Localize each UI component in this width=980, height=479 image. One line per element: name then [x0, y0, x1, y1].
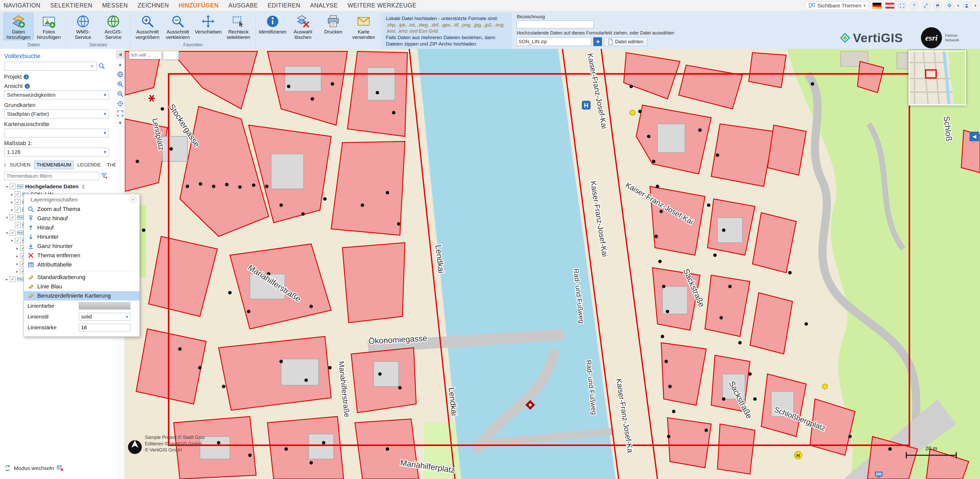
zoom-to-theme-menu-item[interactable]: Zoom auf Thema: [24, 204, 140, 214]
fullscreen-map-button[interactable]: [116, 110, 124, 117]
bezeichnung-input[interactable]: [517, 21, 594, 28]
tab-themenbaum[interactable]: THEMENBAUM: [34, 161, 74, 169]
remove-theme-menu-item[interactable]: Thema entfernen: [24, 251, 140, 260]
menubar-tab[interactable]: MESSEN: [102, 2, 128, 9]
visible-themes-button[interactable]: Sichtbare Themen ▾: [805, 2, 869, 10]
identify-button[interactable]: Identifizieren: [258, 13, 288, 40]
overview-map[interactable]: [908, 50, 966, 105]
search-icon[interactable]: [98, 62, 105, 70]
pan-button[interactable]: Verschieben: [193, 13, 223, 40]
tree-item[interactable]: ▾✓Hochgeladene Daten: [4, 183, 111, 190]
move-up-menu-item[interactable]: Hinauf: [24, 223, 140, 232]
expand-icon[interactable]: ▸: [4, 277, 10, 282]
wms-service-button[interactable]: WMS-Service: [68, 13, 98, 40]
file-name-input[interactable]: [517, 38, 591, 46]
filter-icon[interactable]: [101, 172, 108, 180]
line-color-swatch[interactable]: [79, 302, 130, 310]
tab-legende[interactable]: LEGENDE: [75, 161, 103, 169]
menubar-tab[interactable]: WEITERE WERKZEUGE: [348, 2, 417, 9]
tab-them[interactable]: THEM: [104, 161, 116, 169]
fulltext-search-input[interactable]: [4, 62, 97, 70]
clear-search-icon[interactable]: ×: [91, 63, 97, 69]
flag-austria-icon[interactable]: [885, 3, 894, 9]
print-button[interactable]: Drucken: [318, 13, 348, 40]
expand-icon[interactable]: ▸: [9, 200, 15, 204]
zoom-out-button[interactable]: [116, 90, 124, 98]
move-top-menu-item[interactable]: Ganz hinauf: [24, 214, 140, 223]
line-blue-mapping-menu-item[interactable]: Linie Blau: [24, 282, 140, 291]
collapse-sidebar-button[interactable]: ◀: [116, 50, 125, 59]
add-data-button[interactable]: Daten hinzufügen: [3, 13, 33, 40]
menubar-tab[interactable]: EDITIEREN: [268, 2, 301, 9]
flag-germany-icon[interactable]: [872, 3, 881, 9]
fullscreen-icon[interactable]: [898, 2, 906, 10]
center-map-button[interactable]: [116, 100, 124, 107]
move-bottom-menu-item[interactable]: Ganz hinunter: [24, 241, 140, 251]
switch-mode-control[interactable]: Modus wechseln: [4, 465, 64, 472]
map-canvas[interactable]: H H StockergasseLendplatzMariahilferstra…: [125, 49, 980, 479]
select-rectangle-button[interactable]: Rechteck selektieren: [224, 13, 253, 40]
scroll-up-button[interactable]: ▲: [116, 61, 124, 69]
collapse-icon[interactable]: ▾: [4, 215, 10, 220]
layer-checkbox[interactable]: ✓: [10, 214, 16, 220]
standard-mapping-menu-item[interactable]: Standardkartierung: [24, 273, 140, 282]
clear-selection-button[interactable]: Auswahl löschen: [288, 13, 318, 40]
menubar-tab[interactable]: NAVIGATION: [3, 2, 40, 9]
link-icon[interactable]: [922, 2, 930, 10]
collapse-icon[interactable]: ▾: [4, 230, 10, 235]
move-down-menu-item[interactable]: Hinunter: [24, 232, 140, 241]
print-icon[interactable]: [934, 2, 942, 10]
full-extent-button[interactable]: [116, 70, 124, 78]
layer-checkbox[interactable]: ✓: [15, 238, 21, 243]
close-icon[interactable]: ×: [130, 196, 137, 203]
attribute-table-menu-item[interactable]: Attributtabelle: [24, 260, 140, 269]
layer-checkbox[interactable]: ✓: [15, 222, 21, 228]
layer-checkbox[interactable]: ✓: [10, 184, 16, 189]
i-want-to-input[interactable]: [129, 51, 162, 59]
layer-checkbox[interactable]: ✓: [15, 199, 21, 205]
info-icon[interactable]: i: [24, 74, 29, 80]
expand-icon[interactable]: ▸: [9, 192, 15, 197]
theme-filter-input[interactable]: [4, 172, 99, 180]
expand-icon[interactable]: ▸: [9, 208, 15, 212]
i-want-to-suggestion-box[interactable]: [163, 51, 179, 60]
line-style-select[interactable]: solid▾: [79, 313, 130, 321]
zoom-out-extent-button[interactable]: Ausschnitt verkleinern: [163, 13, 193, 40]
collapse-icon[interactable]: ▾: [4, 184, 10, 189]
menubar-tab[interactable]: SELEKTIEREN: [50, 2, 92, 9]
layer-checkbox[interactable]: ✓: [15, 207, 21, 212]
custom-mapping-menu-item[interactable]: Benutzerdefinierte Kartierung: [24, 291, 140, 300]
menubar-tab[interactable]: HINZUFÜGEN: [178, 2, 219, 9]
arcgis-service-button[interactable]: ArcGIS-Service: [99, 13, 128, 40]
menubar-tab[interactable]: ZEICHNEN: [138, 2, 169, 9]
send-map-button[interactable]: Karte versenden: [349, 13, 379, 40]
layer-checkbox[interactable]: ✓: [10, 276, 16, 282]
basemap-select[interactable]: Stadtplan (Farbe)▾: [4, 110, 109, 118]
expand-icon[interactable]: ▸: [14, 254, 20, 259]
upload-submit-button[interactable]: [593, 37, 602, 46]
scale-select[interactable]: 1.128▾: [4, 148, 109, 156]
menubar-tab[interactable]: AUSGABE: [228, 2, 258, 9]
help-icon[interactable]: ?: [910, 2, 918, 10]
tabs-scroll-left-icon[interactable]: ‹: [4, 161, 6, 168]
overview-toggle-button[interactable]: ◀: [970, 132, 979, 141]
expand-icon[interactable]: ▸: [14, 269, 20, 274]
system-tray-icon[interactable]: [875, 471, 883, 478]
expand-icon[interactable]: ▸: [14, 246, 20, 251]
menubar-tab[interactable]: ANALYSE: [310, 2, 338, 9]
zoom-in-button[interactable]: [116, 80, 124, 88]
extents-select[interactable]: ▾: [4, 129, 109, 137]
scroll-down-button[interactable]: ▼: [116, 119, 124, 127]
collapse-icon[interactable]: ▾: [9, 238, 15, 243]
view-select[interactable]: Sehenswürdigkeiten▾: [4, 91, 109, 99]
line-width-input[interactable]: [79, 324, 130, 331]
layer-checkbox[interactable]: ✓: [15, 192, 21, 197]
tab-suchen[interactable]: SUCHEN: [7, 161, 33, 169]
zoom-in-extent-button[interactable]: Ausschnitt vergrößern: [133, 13, 162, 40]
add-photos-button[interactable]: Fotos hinzufügen: [34, 13, 64, 40]
choose-file-button[interactable]: Datei wählen: [604, 37, 647, 46]
expand-icon[interactable]: ▸: [14, 261, 20, 266]
user-icon[interactable]: [963, 2, 971, 10]
info-icon[interactable]: i: [25, 84, 30, 89]
settings-icon[interactable]: ⚙: [945, 2, 953, 10]
